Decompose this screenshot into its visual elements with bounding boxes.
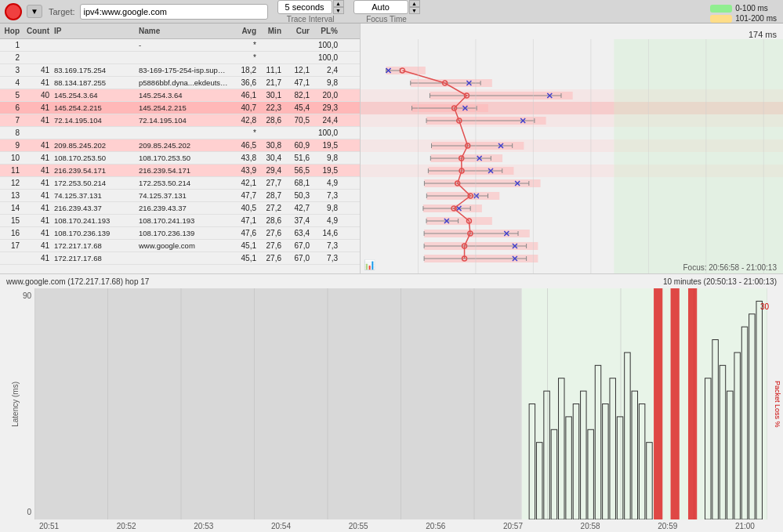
col-count: Count — [22, 27, 52, 35]
table-row[interactable]: 5 40 145.254.3.64 145.254.3.64 46,1 30,1… — [0, 89, 360, 102]
table-row[interactable]: 4 41 88.134.187.255 p5886bbf.dyna...ekde… — [0, 77, 360, 89]
interval-box: ▲ ▼ Trace Interval — [277, 0, 344, 24]
table-row[interactable]: 13 41 74.125.37.131 74.125.37.131 47,7 2… — [0, 190, 360, 202]
interval-input[interactable] — [277, 0, 332, 14]
x-label-7: 20:57 — [503, 522, 523, 530]
bottom-time-range: 10 minutes (20:50:13 - 21:00:13) — [663, 277, 777, 286]
packet-loss-label: Packet Loss % — [774, 381, 781, 428]
x-label-1: 20:51 — [39, 522, 59, 530]
dropdown-arrow[interactable]: ▼ — [27, 5, 42, 18]
x-label-9: 20:59 — [658, 522, 677, 530]
table-row[interactable]: 16 41 108.170.236.139 108.170.236.139 47… — [0, 227, 360, 240]
y-axis-label-container: Latency (ms) — [11, 288, 20, 519]
table-row[interactable]: 11 41 216.239.54.171 216.239.54.171 43,9… — [0, 165, 360, 177]
table-row[interactable]: 6 41 145.254.2.215 145.254.2.215 40,7 22… — [0, 102, 360, 114]
focus-input[interactable] — [353, 0, 408, 14]
x-label-2: 20:52 — [117, 522, 136, 530]
col-ip: IP — [52, 27, 136, 35]
x-label-6: 20:56 — [426, 522, 445, 530]
target-input[interactable] — [80, 4, 268, 20]
peak-label: 30 — [760, 302, 769, 311]
bar-chart-icon[interactable]: 📊 — [364, 259, 375, 270]
x-label-3: 20:53 — [194, 522, 213, 530]
y-axis-label: Latency (ms) — [11, 382, 20, 427]
bottom-panel: www.google.com (172.217.17.68) hop 17 10… — [0, 274, 783, 532]
focus-down[interactable]: ▼ — [409, 7, 420, 14]
table-row[interactable]: 9 41 209.85.245.202 209.85.245.202 46,5 … — [0, 139, 360, 152]
packet-loss-label-container: Packet Loss % — [774, 288, 781, 519]
col-name: Name — [136, 27, 230, 35]
table-row[interactable]: 17 41 172.217.17.68 www.google.com 45,1 … — [0, 240, 360, 252]
legend-dot-green — [710, 5, 732, 13]
table-header: Hop Count IP Name Avg Min Cur PL% — [0, 24, 360, 39]
col-min: Min — [259, 27, 284, 35]
table-row[interactable]: 41 172.217.17.68 45,1 27,6 67,0 7,3 — [0, 252, 360, 265]
table-body: 1 - * 100,0 2 * 100,0 3 41 83.169.175.25… — [0, 39, 360, 265]
table-row[interactable]: 3 41 83.169.175.254 83-169-175-254-isp.s… — [0, 64, 360, 77]
col-avg: Avg — [230, 27, 259, 35]
focus-label: Focus: 20:56:58 - 21:00:13 — [683, 263, 777, 272]
table-row[interactable]: 14 41 216.239.43.37 216.239.43.37 40,5 2… — [0, 202, 360, 215]
table-row[interactable]: 1 - * 100,0 — [0, 39, 360, 52]
bottom-title: www.google.com (172.217.17.68) hop 17 — [6, 277, 149, 286]
col-hop: Hop — [0, 27, 22, 35]
table-row[interactable]: 12 41 172.253.50.214 172.253.50.214 42,1… — [0, 177, 360, 190]
x-label-8: 20:58 — [581, 522, 600, 530]
record-button[interactable] — [5, 3, 22, 20]
ms-label: 174 ms — [749, 30, 777, 39]
col-pl: PL% — [312, 27, 340, 35]
toolbar: ▼ Target: ▲ ▼ Trace Interval ▲ ▼ Focus T… — [0, 0, 783, 24]
interval-down[interactable]: ▼ — [333, 7, 344, 14]
col-cur: Cur — [284, 27, 312, 35]
x-axis-labels: 20:51 20:52 20:53 20:54 20:55 20:56 20:5… — [0, 519, 783, 532]
x-label-4: 20:54 — [271, 522, 291, 530]
table-row[interactable]: 2 * 100,0 — [0, 52, 360, 64]
interval-up[interactable]: ▲ — [333, 0, 344, 7]
table-row[interactable]: 7 41 72.14.195.104 72.14.195.104 42,8 28… — [0, 114, 360, 127]
focus-label: Focus Time — [366, 15, 407, 24]
legend-item-yellow: 101-200 ms — [710, 14, 777, 23]
focus-up[interactable]: ▲ — [409, 0, 420, 7]
interval-label: Trace Interval — [287, 15, 335, 24]
graph-area: 90 0 Latency (ms) Packet Loss % 30 — [0, 288, 783, 519]
trace-panel: Hop Count IP Name Avg Min Cur PL% 1 - * … — [0, 24, 783, 274]
table-row[interactable]: 10 41 108.170.253.50 108.170.253.50 43,8… — [0, 152, 360, 165]
table-row[interactable]: 8 * 100,0 — [0, 127, 360, 139]
bottom-header: www.google.com (172.217.17.68) hop 17 10… — [0, 274, 783, 288]
x-label-10: 21:00 — [735, 522, 755, 530]
legend-dot-yellow — [710, 15, 732, 23]
table-row[interactable]: 15 41 108.170.241.193 108.170.241.193 47… — [0, 215, 360, 227]
trace-chart-section: 174 ms Focus: 20:56:58 - 21:00:13 📊 — [361, 24, 783, 273]
target-label: Target: — [49, 7, 75, 16]
x-label-5: 20:55 — [349, 522, 368, 530]
table-section: Hop Count IP Name Avg Min Cur PL% 1 - * … — [0, 24, 361, 273]
legend-item-green: 0-100 ms — [710, 4, 777, 13]
focus-box: ▲ ▼ Focus Time — [353, 0, 420, 24]
